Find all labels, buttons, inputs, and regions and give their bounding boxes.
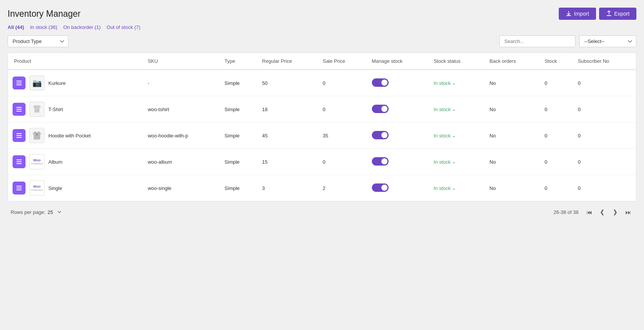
product-type-dropdown[interactable]: Product Type Simple Variable Grouped Ext…: [8, 35, 69, 47]
cell-sale-price-0: 0: [318, 70, 367, 96]
cell-product-0: 📷 Kurkure: [8, 70, 143, 96]
cell-stock-status-1: In stock ⌄: [429, 96, 485, 123]
pagination-next-button[interactable]: ❯: [610, 207, 620, 217]
page-title: Inventory Manager: [8, 9, 81, 19]
manage-stock-toggle-1[interactable]: [372, 105, 389, 113]
header-buttons: Import Export: [559, 8, 636, 20]
toolbar: Product Type Simple Variable Grouped Ext…: [8, 35, 636, 47]
rows-per-page-select[interactable]: 25 10 50 100: [48, 209, 61, 215]
cell-manage-stock-3: [367, 149, 429, 175]
cell-sku-2: woo-hoodie-with-p: [143, 123, 220, 149]
cell-stock-status-2: In stock ⌄: [429, 123, 485, 149]
svg-rect-3: [16, 83, 22, 83]
page-info: 26-38 of 38: [553, 209, 579, 215]
row-action-icon-4[interactable]: [13, 182, 26, 194]
pagination: 26-38 of 38 ⏮ ❮ ❯ ⏭: [553, 207, 633, 217]
pagination-first-button[interactable]: ⏮: [584, 207, 595, 217]
table-footer: Rows per page: 25 10 50 100 26-38 of 38 …: [8, 201, 636, 217]
list-icon: [16, 158, 22, 165]
list-icon: [16, 106, 22, 113]
svg-rect-9: [16, 135, 22, 136]
stock-status-chevron-4[interactable]: ⌄: [452, 186, 456, 191]
stock-status-chevron-0[interactable]: ⌄: [452, 81, 456, 86]
col-header-stock: Stock: [540, 53, 574, 70]
inventory-table-container: Product SKU Type Regular Price Sale Pric…: [8, 53, 636, 201]
tab-on-backorder[interactable]: On backorder (1): [63, 24, 100, 30]
stock-status-value-2: In stock: [434, 133, 451, 139]
search-input[interactable]: [499, 35, 575, 47]
stock-status-value-4: In stock: [434, 185, 451, 191]
row-action-icon-1[interactable]: [13, 103, 26, 116]
row-action-icon-3[interactable]: [13, 155, 26, 168]
svg-rect-6: [16, 109, 22, 110]
manage-stock-toggle-2[interactable]: [372, 131, 389, 139]
import-button[interactable]: Import: [559, 8, 596, 20]
cell-regular-price-1: 18: [258, 96, 318, 123]
cell-manage-stock-0: [367, 70, 429, 96]
col-header-stock-status: Stock status: [429, 53, 485, 70]
col-header-sale-price: Sale Price: [318, 53, 367, 70]
cell-stock-4: 0: [540, 175, 574, 201]
product-thumbnail: [29, 102, 45, 117]
cell-back-orders-2: No: [485, 123, 540, 149]
product-type-filter: Product Type Simple Variable Grouped Ext…: [8, 35, 69, 47]
cell-back-orders-0: No: [485, 70, 540, 96]
cell-subscriber-no-3: 0: [573, 149, 636, 175]
svg-rect-12: [16, 159, 22, 160]
row-action-icon-0[interactable]: [13, 77, 26, 89]
cell-manage-stock-1: [367, 96, 429, 123]
export-icon: [606, 11, 612, 17]
export-button[interactable]: Export: [599, 8, 636, 20]
cell-type-4: Simple: [220, 175, 258, 201]
manage-stock-toggle-4[interactable]: [372, 183, 389, 192]
stock-status-value-0: In stock: [434, 80, 451, 86]
cell-back-orders-4: No: [485, 175, 540, 201]
svg-rect-7: [16, 111, 22, 112]
pagination-last-button[interactable]: ⏭: [623, 207, 633, 217]
svg-rect-16: [16, 188, 22, 188]
row-action-icon-2[interactable]: [13, 129, 26, 142]
stock-status-chevron-3[interactable]: ⌄: [452, 159, 456, 164]
col-header-manage-stock: Manage stock: [367, 53, 429, 70]
table-row: Hoodie with Pocket woo-hoodie-with-p Sim…: [8, 123, 636, 149]
cell-subscriber-no-4: 0: [573, 175, 636, 201]
product-name-0: Kurkure: [48, 80, 66, 86]
cell-sale-price-4: 2: [318, 175, 367, 201]
svg-rect-4: [16, 84, 22, 85]
tab-out-of-stock[interactable]: Out of stock (7): [107, 24, 140, 30]
page-header: Inventory Manager Import Export: [8, 8, 636, 20]
pagination-prev-button[interactable]: ❮: [597, 207, 607, 217]
cell-subscriber-no-1: 0: [573, 96, 636, 123]
cell-subscriber-no-2: 0: [573, 123, 636, 149]
tab-in-stock[interactable]: In stock (36): [30, 24, 57, 30]
list-icon: [16, 132, 22, 139]
cell-stock-1: 0: [540, 96, 574, 123]
svg-rect-11: [36, 134, 38, 136]
stock-status-chevron-1[interactable]: ⌄: [452, 107, 456, 112]
cell-regular-price-4: 3: [258, 175, 318, 201]
col-header-regular-price: Regular Price: [258, 53, 318, 70]
col-header-sku: SKU: [143, 53, 220, 70]
cell-stock-status-0: In stock ⌄: [429, 70, 485, 96]
table-body: 📷 Kurkure - Simple 50 0 In stock ⌄ No 0 …: [8, 70, 636, 201]
svg-rect-10: [16, 137, 22, 138]
cell-stock-status-4: In stock ⌄: [429, 175, 485, 201]
cell-stock-3: 0: [540, 149, 574, 175]
list-icon: [16, 185, 22, 191]
stock-status-chevron-2[interactable]: ⌄: [452, 133, 456, 138]
tab-all[interactable]: All (44): [8, 24, 24, 30]
manage-stock-toggle-3[interactable]: [372, 157, 389, 166]
col-header-back-orders: Back orders: [485, 53, 540, 70]
list-icon: [16, 80, 22, 86]
svg-rect-17: [16, 190, 22, 190]
table-row: 📷 Kurkure - Simple 50 0 In stock ⌄ No 0 …: [8, 70, 636, 96]
svg-rect-0: [566, 15, 571, 16]
product-name-2: Hoodie with Pocket: [48, 133, 91, 139]
manage-stock-toggle-0[interactable]: [372, 78, 389, 87]
stock-status-value-1: In stock: [434, 107, 451, 112]
svg-rect-5: [16, 107, 22, 108]
import-icon: [566, 11, 572, 17]
select-dropdown[interactable]: --Select--: [579, 35, 636, 47]
product-thumbnail: Woo Commerce: [29, 180, 45, 196]
svg-rect-2: [16, 81, 22, 81]
